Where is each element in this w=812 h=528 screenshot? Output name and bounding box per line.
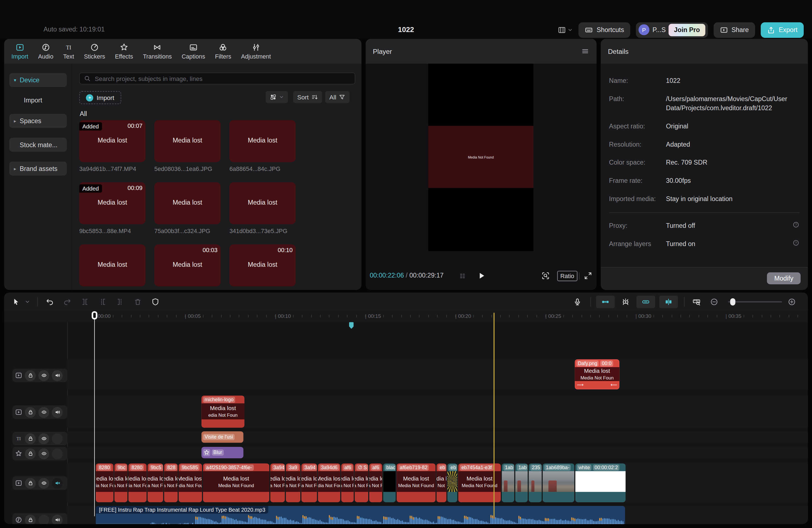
magnet-button[interactable] bbox=[596, 295, 615, 308]
cursor-button[interactable] bbox=[10, 295, 23, 308]
tab-import[interactable]: Import bbox=[11, 43, 28, 60]
media-item[interactable]: Media lost bbox=[79, 245, 146, 287]
media-thumbnail[interactable]: Media lost bbox=[230, 120, 296, 162]
clip-9bc[interactable]: 9bcMedia lostMedia Not Found bbox=[114, 464, 127, 502]
redo-button[interactable] bbox=[60, 295, 74, 308]
modify-button[interactable]: Modify bbox=[767, 272, 801, 284]
clip-9bc585[interactable]: 9bc585Media lostMedia Not Found bbox=[179, 464, 202, 502]
media-item[interactable]: Media lost5ed08036...1ea6.JPG bbox=[155, 120, 221, 172]
sidebar-item-brand-assets[interactable]: ▸Brand assets bbox=[10, 162, 67, 176]
player-menu-icon[interactable] bbox=[581, 47, 590, 56]
clip-3a94[interactable]: 3a94Media lostMedia Not Found bbox=[271, 464, 285, 502]
clip-8280[interactable]: 8280Media lostMedia Not Found bbox=[96, 464, 114, 502]
clip-235[interactable]: 235 bbox=[528, 464, 541, 502]
audio-clip[interactable]: [FREE] Instru Rap Trap Instrumental Rap … bbox=[96, 506, 625, 524]
media-item[interactable]: Media lostAdded00:073a94d61b...74f7.MP4 bbox=[79, 120, 146, 172]
media-item[interactable]: Media lost00:03 bbox=[155, 245, 221, 287]
undo-button[interactable] bbox=[43, 295, 57, 308]
lock-button[interactable] bbox=[25, 514, 35, 524]
split-button[interactable] bbox=[78, 295, 92, 308]
filter-button[interactable]: All bbox=[325, 91, 350, 103]
ratio-button[interactable]: Ratio bbox=[557, 271, 578, 281]
flash-button[interactable] bbox=[619, 295, 633, 308]
clip-3a94[interactable]: 3a94Media lostMedia Not Found bbox=[301, 464, 317, 502]
muted-button[interactable] bbox=[52, 478, 63, 488]
search-bar[interactable] bbox=[79, 73, 355, 85]
layout-toggle-button[interactable] bbox=[558, 26, 573, 34]
media-thumbnail[interactable]: Media lostAdded00:07 bbox=[79, 120, 146, 162]
mic-button[interactable] bbox=[570, 295, 584, 308]
media-item[interactable]: Media lost00:10 bbox=[230, 245, 296, 287]
media-item[interactable]: Media lost6a88654...84c.JPG bbox=[230, 120, 296, 172]
import-media-button[interactable]: Import bbox=[79, 91, 121, 104]
export-button[interactable]: Export bbox=[760, 22, 804, 38]
ruler-zoom-button[interactable] bbox=[690, 295, 704, 308]
share-button[interactable]: Share bbox=[713, 22, 755, 38]
clip-828[interactable]: 828Media lostMedia Not Found bbox=[164, 464, 178, 502]
trim-handle-right[interactable]: ⟵ bbox=[611, 383, 617, 387]
tab-text[interactable]: TIText bbox=[63, 43, 74, 60]
clip-1ab689ba[interactable]: 1ab689ba- bbox=[543, 464, 574, 502]
zoom-out-button[interactable] bbox=[707, 295, 721, 308]
clip-dafy-png[interactable]: Dafy.png00:0Media lostMedia Not Foun⟶⟵ bbox=[575, 359, 619, 390]
chevron-down-button[interactable] bbox=[24, 295, 31, 308]
lock-button[interactable] bbox=[25, 433, 35, 444]
avatar[interactable]: P bbox=[639, 24, 649, 35]
tab-captions[interactable]: Captions bbox=[182, 43, 205, 60]
playhead-handle[interactable] bbox=[92, 311, 98, 320]
zoom-slider[interactable] bbox=[728, 295, 782, 308]
media-thumbnail[interactable]: Media lost bbox=[155, 182, 221, 224]
sound-button[interactable] bbox=[52, 514, 63, 524]
media-item[interactable]: Media lost341d0bd3...73e5.JPG bbox=[230, 182, 296, 234]
media-thumbnail[interactable]: Media lost00:10 bbox=[230, 245, 296, 287]
clip-af6[interactable]: af6Media lostMedia Not Found bbox=[342, 464, 354, 502]
mirror-button[interactable] bbox=[659, 295, 678, 308]
clip-blur[interactable]: Blur bbox=[201, 447, 243, 458]
lock-button[interactable] bbox=[25, 448, 35, 459]
trim-handle-left[interactable]: ⟶ bbox=[577, 383, 584, 387]
sidebar-item-stock-mate[interactable]: Stock mate... bbox=[10, 138, 67, 152]
lock-button[interactable] bbox=[25, 370, 35, 381]
tab-filters[interactable]: Filters bbox=[215, 43, 231, 60]
sidebar-item-import[interactable]: Import bbox=[10, 97, 67, 104]
media-item[interactable]: Media lostAdded00:099bc5853...88e.MP4 bbox=[79, 182, 146, 234]
media-thumbnail[interactable]: Media lostAdded00:09 bbox=[79, 182, 146, 224]
view-mode-button[interactable] bbox=[266, 91, 288, 103]
shortcuts-button[interactable]: Shortcuts bbox=[579, 22, 630, 38]
shield-button[interactable] bbox=[149, 295, 162, 308]
clip-3a9[interactable]: 3a9Media lostMedia Not Found bbox=[286, 464, 301, 502]
eye-button[interactable] bbox=[39, 370, 49, 381]
fullscreen-icon[interactable] bbox=[584, 272, 592, 280]
tab-effects[interactable]: Effects bbox=[115, 43, 133, 60]
eye-button[interactable] bbox=[39, 478, 49, 488]
clip-white[interactable]: white00:00:02:2 bbox=[575, 464, 626, 502]
split-left-button[interactable] bbox=[96, 295, 110, 308]
media-thumbnail[interactable]: Media lost bbox=[79, 245, 146, 287]
clip-af6[interactable]: af6Media lostMedia Not Found bbox=[369, 464, 382, 502]
media-thumbnail[interactable]: Media lost bbox=[230, 182, 296, 224]
sound-button[interactable] bbox=[52, 370, 63, 381]
tab-audio[interactable]: Audio bbox=[38, 43, 53, 60]
sidebar-item-device[interactable]: ▾Device bbox=[10, 73, 67, 87]
link-button[interactable] bbox=[636, 295, 655, 308]
frame-preview-icon[interactable] bbox=[458, 272, 466, 280]
media-item[interactable]: Media lost75a00b3f...c324.JPG bbox=[155, 182, 221, 234]
help-icon[interactable]: ? bbox=[793, 239, 800, 246]
split-right-button[interactable] bbox=[114, 295, 127, 308]
eye-button[interactable] bbox=[39, 407, 49, 417]
clip-blac[interactable]: blac bbox=[383, 464, 396, 502]
tab-transitions[interactable]: Transitions bbox=[143, 43, 172, 60]
clip-eb[interactable]: ebMedia lostMedia Not Found bbox=[437, 464, 447, 502]
sound-button[interactable] bbox=[52, 407, 63, 417]
sidebar-item-spaces[interactable]: ▸Spaces bbox=[10, 114, 67, 128]
timeline-marker[interactable] bbox=[349, 322, 354, 328]
clip-a4f25190-3857-4f6e[interactable]: a4f25190-3857-4f6e-Media lostMedia Not F… bbox=[203, 464, 269, 502]
slider-handle[interactable] bbox=[730, 298, 736, 305]
trash-button[interactable] bbox=[131, 295, 144, 308]
clip-michelin-logo[interactable]: michelin-logoMedia lostedia Not Foun bbox=[201, 396, 244, 428]
clip-eb[interactable]: eb bbox=[447, 464, 458, 502]
clip-s[interactable]: SMedia lostMedia Not Found bbox=[354, 464, 368, 502]
lock-button[interactable] bbox=[25, 407, 35, 417]
tab-adjustment[interactable]: Adjustment bbox=[241, 43, 271, 60]
eye-button[interactable] bbox=[39, 448, 49, 459]
